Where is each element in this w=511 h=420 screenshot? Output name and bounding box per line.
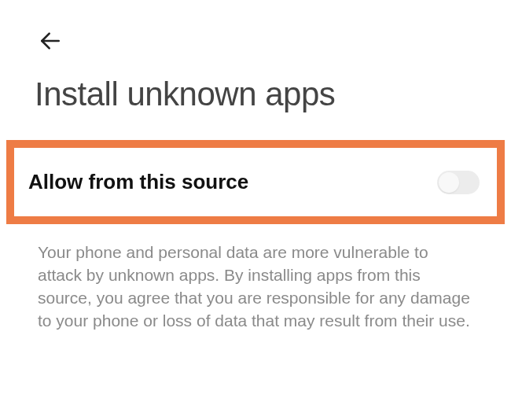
warning-description: Your phone and personal data are more vu… (0, 224, 511, 333)
arrow-left-icon (38, 28, 63, 53)
back-button[interactable] (35, 25, 66, 57)
allow-source-toggle[interactable] (437, 171, 480, 194)
allow-source-label: Allow from this source (28, 170, 248, 194)
page-title: Install unknown apps (0, 57, 511, 113)
toggle-knob (439, 172, 459, 193)
header-bar (0, 0, 511, 57)
allow-source-row[interactable]: Allow from this source (6, 140, 505, 224)
